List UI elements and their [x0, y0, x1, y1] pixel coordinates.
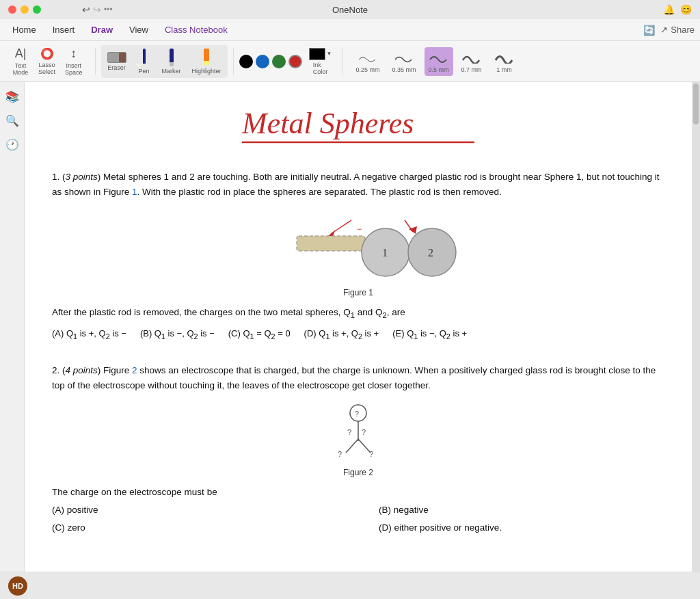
eraser-label: Eraser — [107, 64, 126, 71]
text-mode-button[interactable]: A| TextMode — [8, 44, 33, 79]
svg-text:?: ? — [362, 428, 366, 436]
stroke-1mm[interactable]: 1 mm — [490, 47, 519, 76]
more-icon[interactable]: ••• — [104, 5, 113, 14]
ink-color-swatch — [309, 48, 325, 60]
menu-draw[interactable]: Draw — [84, 22, 120, 38]
question-1-text: 1. (3 points) Metal spheres 1 and 2 are … — [52, 170, 664, 199]
pen-label: Pen — [139, 68, 150, 75]
scrollbar-thumb[interactable] — [693, 83, 699, 124]
q1-choice-d: (D) Q1 is +, Q2 is + — [304, 327, 379, 343]
figure1-svg: − 1 2 — [256, 210, 461, 285]
q2-choice-c: (C) zero — [52, 520, 338, 535]
window-controls[interactable] — [8, 5, 41, 14]
highlighter-button[interactable]: Highlighter — [187, 46, 226, 77]
marker-button[interactable]: Marker — [157, 46, 186, 77]
q1-choice-e: (E) Q1 is −, Q2 is + — [392, 327, 467, 343]
figure2-svg: ? ? ? ? ? — [317, 403, 399, 465]
selection-tools: A| TextMode ⭕ LassoSelect ↕ InsertSpace — [5, 44, 90, 79]
user-icon[interactable]: 😊 — [680, 4, 692, 15]
stroke-wave-0.5mm — [429, 50, 449, 64]
toolbar-divider-1 — [95, 48, 96, 75]
color-red[interactable] — [288, 55, 302, 68]
sync-icon[interactable]: 🔄 — [643, 25, 655, 36]
page-title-area: Metal Spheres — [52, 96, 664, 153]
title-bar: ↩ ↪ ••• OneNote 🔔 😊 — [0, 0, 700, 19]
redo-icon[interactable]: ↪ — [93, 4, 101, 15]
stroke-0.35mm[interactable]: 0.35 mm — [388, 47, 420, 76]
history-icon[interactable]: 🕐 — [5, 138, 19, 151]
menu-bar-right: 🔄 ↗ Share — [643, 25, 695, 36]
svg-text:2: 2 — [428, 247, 433, 258]
menu-view[interactable]: View — [122, 22, 155, 38]
maximize-button[interactable] — [33, 5, 41, 14]
stroke-wave-0.7mm — [461, 50, 482, 64]
q2-choice-d: (D) either positive or negative. — [379, 520, 664, 535]
stroke-wave-1mm — [494, 50, 515, 64]
menu-class-notebook[interactable]: Class Notebook — [158, 22, 234, 38]
lasso-select-button[interactable]: ⭕ LassoSelect — [34, 44, 59, 78]
color-black[interactable] — [239, 55, 253, 68]
library-icon[interactable]: 📚 — [5, 90, 19, 103]
svg-text:?: ? — [369, 450, 373, 458]
svg-text:1: 1 — [382, 247, 388, 258]
toolbar: A| TextMode ⭕ LassoSelect ↕ InsertSpace … — [0, 41, 700, 82]
color-blue[interactable] — [256, 55, 269, 68]
share-button[interactable]: ↗ Share — [660, 25, 695, 35]
color-green[interactable] — [272, 55, 286, 68]
highlighter-label: Highlighter — [192, 68, 221, 75]
q2-choice-a: (A) positive — [52, 503, 338, 518]
svg-text:−: − — [357, 224, 362, 234]
svg-text:?: ? — [355, 410, 359, 418]
q1-choice-b: (B) Q1 is −, Q2 is − — [140, 327, 215, 343]
q2-num: 2. — [52, 365, 62, 375]
ink-color-swatch-container: ▼ — [309, 48, 332, 60]
text-mode-label: TextMode — [13, 62, 29, 76]
svg-text:Metal  Spheres: Metal Spheres — [241, 107, 414, 140]
minimize-button[interactable] — [21, 5, 29, 14]
page-title-svg: Metal Spheres — [221, 96, 495, 150]
bottom-bar: HD — [0, 572, 700, 599]
svg-text:?: ? — [338, 450, 342, 458]
notification-icon[interactable]: 🔔 — [663, 4, 675, 15]
figure2-caption: Figure 2 — [343, 466, 373, 479]
eraser-icon — [107, 52, 126, 63]
q2-choice-b: (B) negative — [379, 503, 664, 518]
undo-icon[interactable]: ↩ — [82, 4, 90, 15]
q1-points: 3 points — [66, 172, 98, 182]
user-avatar: HD — [8, 576, 27, 596]
left-sidebar: 📚 🔍 🕐 — [0, 82, 25, 572]
drawing-tools-group: Eraser Pen Marker Highlighter — [101, 45, 228, 78]
stroke-0.7mm[interactable]: 0.7 mm — [457, 47, 486, 76]
figure1-caption: Figure 1 — [343, 287, 373, 300]
title-bar-right-controls: 🔔 😊 — [663, 4, 692, 15]
scrollbar[interactable] — [692, 82, 700, 572]
highlighter-icon — [199, 49, 214, 66]
question-1: 1. (3 points) Metal spheres 1 and 2 are … — [52, 170, 664, 343]
question-2-text: 2. (4 points) Figure 2 shows an electros… — [52, 363, 664, 392]
insert-space-label: InsertSpace — [65, 62, 83, 76]
figure2-container: ? ? ? ? ? Figure 2 — [52, 403, 664, 479]
menu-insert[interactable]: Insert — [46, 22, 82, 38]
pen-icon — [137, 49, 151, 66]
menu-home[interactable]: Home — [5, 22, 43, 38]
q1-figure-link[interactable]: 1 — [132, 187, 137, 197]
q1-choice-a: (A) Q1 is +, Q2 is − — [52, 327, 126, 343]
q1-num: 1. — [52, 172, 62, 182]
q1-choice-c: (C) Q1 = Q2 = 0 — [228, 327, 291, 343]
stroke-0.25mm[interactable]: 0.25 mm — [352, 47, 384, 76]
eraser-button[interactable]: Eraser — [103, 50, 131, 73]
stroke-0.5mm[interactable]: 0.5 mm — [425, 47, 453, 76]
ink-color-arrow: ▼ — [327, 51, 332, 57]
toolbar-divider-2 — [233, 48, 234, 75]
figure1-container: − 1 2 Figure 1 — [52, 210, 664, 300]
insert-space-icon: ↕ — [70, 46, 77, 61]
q1-after-text: After the plastic rod is removed, the ch… — [52, 305, 664, 321]
q2-choices: (A) positive (B) negative (C) zero (D) e… — [52, 503, 664, 535]
ink-color-button[interactable]: ▼ InkColor — [305, 45, 336, 78]
close-button[interactable] — [8, 5, 16, 14]
pen-button[interactable]: Pen — [133, 46, 156, 77]
search-icon[interactable]: 🔍 — [5, 114, 19, 127]
insert-space-button[interactable]: ↕ InsertSpace — [61, 44, 87, 79]
stroke-wave-0.25mm — [358, 50, 378, 64]
q2-figure-link[interactable]: 2 — [132, 365, 137, 375]
